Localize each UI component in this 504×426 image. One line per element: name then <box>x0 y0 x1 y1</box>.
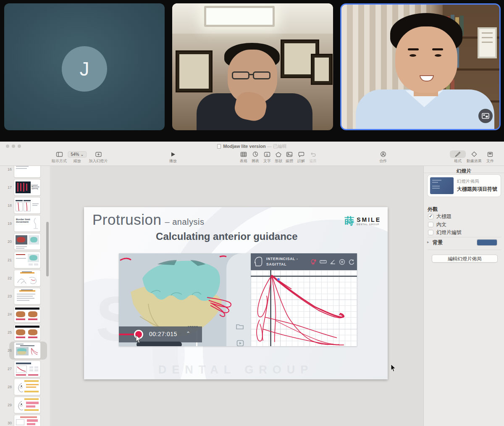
window-title: Modjaw lite version — 已編輯 <box>0 143 504 150</box>
slide-thumb-30[interactable]: 30 <box>0 414 50 426</box>
slide-thumb-29[interactable]: 29 <box>0 396 50 414</box>
3d-model-panel: SPEED 00:27:015 ⌃ <box>119 253 251 346</box>
slide-thumb-23[interactable]: 23 <box>0 287 50 305</box>
tooth-icon[interactable] <box>310 259 317 265</box>
slide-thumb-18[interactable]: 18 <box>0 196 50 214</box>
option-body-checkbox[interactable]: 內文 <box>428 221 446 228</box>
interincisal-graph-panel: INTERINCISAL - SAGITTAL <box>251 253 357 346</box>
trace-point-marker <box>277 278 280 281</box>
framed-certificate <box>478 27 497 58</box>
chevron-down-icon[interactable]: ⌄ <box>493 184 496 189</box>
play-file-icon[interactable] <box>236 340 244 346</box>
play-button[interactable]: 播放 <box>169 150 177 164</box>
watermark-text: DENTAL GROUP <box>84 363 388 376</box>
slide-navigator: 16 17 Limited Maximum opening 18 19 Bord… <box>0 166 50 426</box>
table-button[interactable]: 表格 <box>240 150 247 164</box>
chevron-up-icon[interactable]: ⌃ <box>186 331 190 337</box>
checkbox[interactable] <box>428 214 433 219</box>
disclosure-triangle-icon[interactable]: ▸ <box>427 240 429 244</box>
slide-thumb-24[interactable]: 24 <box>0 305 50 323</box>
slide-thumb-26-selected[interactable]: 26 <box>0 342 50 360</box>
slide-thumb-27[interactable]: 27 <box>0 360 50 378</box>
timecode: 00:27:015 <box>149 331 177 337</box>
glasses-bridge <box>249 74 254 75</box>
view-button[interactable]: 顯示方式 <box>52 150 67 164</box>
background-row[interactable]: ▸ 背景 <box>427 239 501 246</box>
graph-plot-area <box>251 270 357 346</box>
checkbox[interactable] <box>428 230 433 235</box>
play-icon <box>169 150 177 158</box>
media-icon <box>286 150 293 158</box>
animate-button[interactable]: 動畫效果 <box>467 150 482 164</box>
slide-thumb-22[interactable]: 22 <box>0 269 50 287</box>
format-inspector: 幻燈片 幻燈片佈局 大標題與項目符號 ⌄ 外觀 大標題 內文 幻燈片編號 <box>423 166 504 426</box>
modjaw-screenshot: SPEED 00:27:015 ⌃ <box>119 253 357 346</box>
toolbar: 顯示方式 54% ⌄ 縮放 加入幻燈片 播放 表格 圖表 <box>0 150 504 166</box>
glasses-right-lens <box>253 71 270 79</box>
edit-slide-layout-button[interactable]: 編輯幻燈片佈局 <box>432 255 498 263</box>
wall-frame <box>176 50 213 92</box>
glasses-left-lens <box>232 71 249 79</box>
mouse-cursor <box>391 364 396 372</box>
undo-button: 還原 <box>309 150 317 164</box>
divider <box>427 237 501 237</box>
slide-thumb-25[interactable]: 25 <box>0 323 50 342</box>
document-button[interactable]: 文件 <box>486 150 494 164</box>
slide-layout-card[interactable]: 幻燈片佈局 大標題與項目符號 ⌄ <box>427 174 501 197</box>
canvas: SE DENTAL GROUP Protrusion– analysis 蒔 S… <box>51 166 423 426</box>
navigator-scrollbar[interactable] <box>46 222 49 276</box>
appearance-heading: 外觀 <box>428 206 438 213</box>
target-icon[interactable] <box>339 259 345 265</box>
ruler-icon[interactable] <box>320 260 327 264</box>
video-tile-participant-2[interactable] <box>172 3 333 130</box>
format-icon <box>450 150 466 158</box>
document-icon <box>217 144 221 149</box>
slide-thumb-28[interactable]: 28 <box>0 378 50 396</box>
media-button[interactable]: 媒體 <box>286 150 293 164</box>
slide-thumb-16[interactable]: 16 <box>0 166 50 178</box>
slide-thumb-17[interactable]: 17 Limited Maximum opening <box>0 178 50 196</box>
background-color-swatch[interactable] <box>477 239 497 245</box>
picture-in-picture-button[interactable] <box>478 109 493 123</box>
video-tile-participant-3-active[interactable] <box>340 3 501 130</box>
slide-thumb-20[interactable]: 20 <box>0 233 50 251</box>
slide-thumb-19[interactable]: 19 Border limit movement <box>0 215 50 233</box>
format-button[interactable]: 格式 <box>450 150 466 164</box>
pip-icon <box>482 113 489 119</box>
timeline-player: 00:27:015 ⌃ <box>119 326 202 342</box>
inspector-title: 幻燈片 <box>424 166 504 173</box>
chart-button[interactable]: 圖表 <box>252 150 259 164</box>
zoom-control[interactable]: 54% ⌄ 縮放 <box>68 150 87 164</box>
shape-button[interactable]: 形狀 <box>275 150 282 164</box>
layout-thumbnail <box>430 177 454 194</box>
ceiling-light <box>204 6 275 27</box>
document-panel-icon <box>486 150 494 158</box>
collaborate-icon <box>379 150 387 158</box>
add-slide-button[interactable]: 加入幻燈片 <box>89 150 108 164</box>
wall-frame <box>311 54 333 85</box>
comment-button[interactable]: 註解 <box>297 150 305 164</box>
refresh-icon[interactable] <box>348 259 354 265</box>
avatar: J <box>62 46 107 92</box>
undo-icon <box>309 150 317 158</box>
option-title-checkbox[interactable]: 大標題 <box>428 213 452 220</box>
comment-icon <box>297 150 305 158</box>
participant-3-face <box>395 26 457 93</box>
checkbox[interactable] <box>428 222 433 227</box>
shape-icon <box>275 150 282 158</box>
video-tile-participant-1[interactable]: J <box>4 3 165 130</box>
collaborate-button[interactable]: 合作 <box>379 150 387 164</box>
text-icon: a <box>263 150 271 158</box>
text-button[interactable]: a 文字 <box>263 150 271 164</box>
white-cursor <box>136 335 142 343</box>
option-slide-number-checkbox[interactable]: 幻燈片編號 <box>428 229 462 236</box>
animate-icon <box>467 150 482 158</box>
slide-thumb-21[interactable]: 21 <box>0 251 50 269</box>
slide-26[interactable]: SE DENTAL GROUP Protrusion– analysis 蒔 S… <box>84 207 388 379</box>
slide-heading: Calculating anterior guidance <box>84 231 370 242</box>
angle-icon[interactable] <box>330 259 336 265</box>
head-profile-icon <box>254 256 263 267</box>
slide-title: Protrusion– analysis <box>92 211 204 228</box>
smile-dental-group-logo: 蒔 SMILEDENTAL GROUP <box>344 215 381 228</box>
folder-icon[interactable] <box>236 323 244 330</box>
